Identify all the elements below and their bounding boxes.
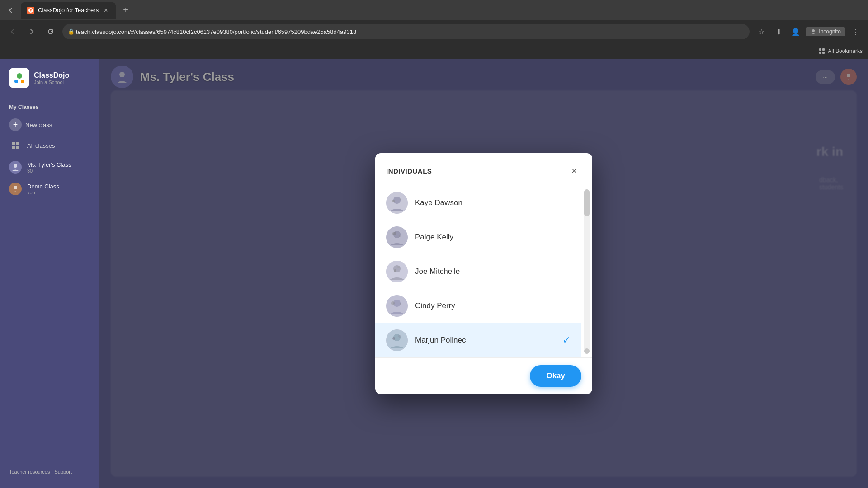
student-name-kaye-dawson: Kaye Dawson [415, 198, 462, 207]
svg-point-25 [399, 235, 401, 237]
svg-point-24 [392, 232, 396, 235]
support-link[interactable]: Support [55, 469, 72, 474]
svg-point-9 [21, 80, 24, 83]
bookmark-button[interactable]: ☆ [754, 24, 769, 39]
individuals-modal: INDIVIDUALS × [375, 153, 592, 394]
app-background: ClassDojo Join a School My Classes + New… [0, 59, 868, 488]
class1-sub: 30+ [27, 168, 71, 174]
active-tab[interactable]: ClassDojo for Teachers ✕ [21, 2, 116, 19]
svg-point-14 [14, 164, 17, 168]
sidebar-item-all-classes[interactable]: All classes [0, 135, 99, 156]
tab-label: ClassDojo for Teachers [38, 7, 99, 14]
check-icon-marjun-polinec: ✓ [562, 334, 571, 346]
class2-info: Demo Class you [27, 183, 59, 195]
student-item-joe-mitchelle[interactable]: Joe Mitchelle [375, 254, 581, 289]
sidebar-logo: ClassDojo Join a School [0, 68, 99, 97]
menu-button[interactable]: ⋮ [848, 24, 863, 39]
download-button[interactable]: ⬇ [771, 24, 786, 39]
tab-close-button[interactable]: ✕ [102, 7, 109, 14]
browser-chrome: ClassDojo for Teachers ✕ + 🔒 ☆ ⬇ 👤 Incog… [0, 0, 868, 59]
logo-icon [9, 68, 29, 88]
profile-button[interactable]: 👤 [788, 24, 803, 39]
svg-point-28 [394, 269, 396, 272]
svg-point-7 [17, 73, 22, 79]
svg-point-8 [14, 80, 18, 83]
modal-close-button[interactable]: × [567, 164, 581, 178]
svg-point-20 [392, 200, 395, 202]
logo-text-block: ClassDojo Join a School [34, 71, 69, 85]
new-class-label: New class [25, 122, 52, 128]
student-name-paige-kelly: Paige Kelly [415, 233, 453, 242]
all-classes-label: All classes [27, 142, 55, 149]
student-name-cindy-perry: Cindy Perry [415, 301, 455, 310]
teacher-resources-link[interactable]: Teacher resources [9, 469, 50, 474]
svg-point-32 [391, 301, 395, 305]
sidebar-item-my-classes[interactable]: My Classes [0, 99, 99, 115]
incognito-label: Incognito [819, 28, 841, 35]
class2-avatar [9, 183, 22, 195]
modal-scrollbar[interactable] [584, 189, 590, 354]
refresh-button[interactable] [43, 24, 58, 39]
ok-button[interactable]: Okay [530, 365, 581, 387]
svg-rect-11 [16, 142, 19, 145]
student-item-cindy-perry[interactable]: Cindy Perry [375, 289, 581, 323]
address-bar-container: 🔒 [62, 24, 750, 39]
lock-icon: 🔒 [68, 28, 75, 35]
sidebar-bottom-links: Teacher resources Support [9, 469, 90, 474]
back-button[interactable] [5, 24, 20, 39]
class2-sub: you [27, 190, 59, 195]
logo-sub: Join a School [34, 80, 69, 85]
student-avatar-cindy-perry [386, 295, 408, 317]
bookmarks-bar: All Bookmarks [0, 43, 868, 59]
class1-name: Ms. Tyler's Class [27, 161, 71, 168]
sidebar-item-new-class[interactable]: + New class [0, 115, 99, 135]
incognito-badge: Incognito [806, 27, 845, 36]
browser-actions: ☆ ⬇ 👤 Incognito ⋮ [754, 24, 863, 39]
student-avatar-marjun-polinec [386, 329, 408, 351]
svg-rect-6 [822, 52, 825, 54]
svg-point-36 [392, 337, 395, 340]
modal-scrollbar-bottom [584, 348, 590, 354]
sidebar-bottom: Teacher resources Support [0, 465, 99, 479]
bookmarks-section: All Bookmarks [819, 48, 863, 54]
svg-rect-4 [822, 48, 825, 51]
address-bar-row: 🔒 ☆ ⬇ 👤 Incognito ⋮ [0, 20, 868, 43]
student-name-marjun-polinec: Marjun Polinec [415, 336, 466, 345]
tab-favicon [27, 7, 34, 14]
class1-avatar [9, 161, 22, 174]
svg-point-15 [14, 186, 17, 189]
svg-point-21 [400, 198, 401, 200]
svg-rect-12 [12, 146, 15, 149]
forward-button[interactable] [24, 24, 39, 39]
logo-text: ClassDojo [34, 71, 69, 80]
my-classes-section: My Classes + New class All classes [0, 97, 99, 202]
address-input[interactable] [62, 24, 750, 39]
svg-point-37 [398, 335, 401, 338]
student-item-marjun-polinec[interactable]: Marjun Polinec ✓ [375, 323, 581, 357]
modal-scrollbar-thumb [584, 189, 590, 216]
svg-rect-10 [12, 142, 15, 145]
class1-info: Ms. Tyler's Class 30+ [27, 161, 71, 174]
tab-nav-button[interactable] [5, 4, 17, 17]
modal-scroll-area: Kaye Dawson [375, 186, 592, 357]
svg-point-19 [393, 197, 401, 204]
bookmarks-label: All Bookmarks [828, 48, 863, 54]
svg-rect-13 [16, 146, 19, 149]
student-list: Kaye Dawson [375, 186, 581, 357]
student-avatar-joe-mitchelle [386, 261, 408, 282]
student-name-joe-mitchelle: Joe Mitchelle [415, 267, 460, 276]
student-avatar-kaye-dawson [386, 192, 408, 214]
modal-overlay: INDIVIDUALS × [99, 59, 868, 488]
plus-icon: + [9, 118, 22, 131]
new-tab-button[interactable]: + [119, 4, 132, 17]
sidebar: ClassDojo Join a School My Classes + New… [0, 59, 99, 488]
student-item-paige-kelly[interactable]: Paige Kelly [375, 220, 581, 254]
grid-icon [9, 139, 22, 152]
student-avatar-paige-kelly [386, 226, 408, 248]
main-content: Ms. Tyler's Class ··· rk in dback,studen… [99, 59, 868, 488]
modal-header: INDIVIDUALS × [375, 153, 592, 186]
modal-title: INDIVIDUALS [386, 167, 432, 175]
sidebar-item-demo-class[interactable]: Demo Class you [0, 178, 99, 200]
student-item-kaye-dawson[interactable]: Kaye Dawson [375, 186, 581, 220]
sidebar-item-ms-tyler-class[interactable]: Ms. Tyler's Class 30+ [0, 156, 99, 178]
